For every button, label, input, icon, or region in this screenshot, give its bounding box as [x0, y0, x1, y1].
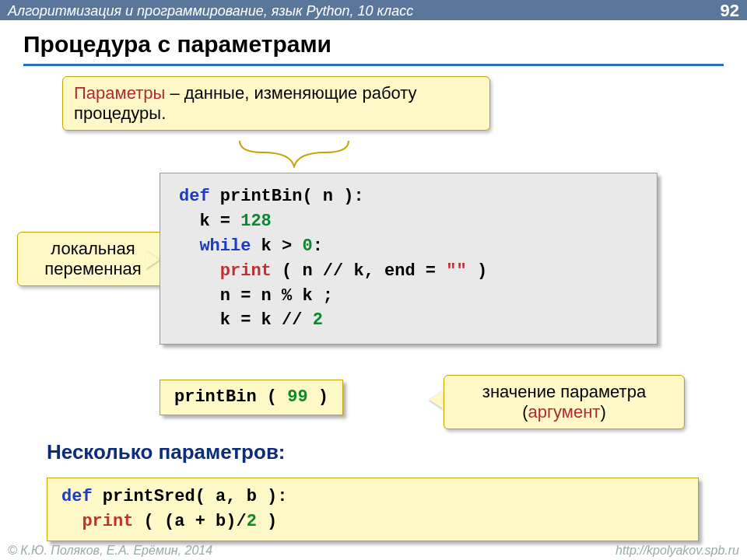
title-underline — [23, 64, 724, 66]
close: ) — [257, 512, 277, 531]
args: ( n — [272, 261, 323, 281]
footer: © К.Ю. Поляков, Е.А. Ерёмин, 2014 http:/… — [0, 541, 747, 560]
topbar: Алгоритмизация и программирование, язык … — [0, 0, 747, 20]
args-mid: k, end = — [343, 261, 446, 281]
params-brace-icon — [232, 137, 356, 168]
indent — [179, 261, 220, 281]
indent — [61, 512, 82, 531]
copyright: © К.Ю. Поляков, Е.А. Ерёмин, 2014 — [8, 544, 212, 558]
call-code: printBin ( 99 ) — [160, 380, 343, 415]
arg-paren-open: ( — [522, 402, 528, 422]
sred-code: def printSred( a, b ): print ( (a + b)/2… — [47, 478, 699, 541]
params-ab: ( a, b ): — [195, 487, 288, 506]
footer-url: http://kpolyakov.spb.ru — [615, 544, 739, 558]
cond-r — [292, 236, 302, 256]
open: ( — [257, 387, 288, 407]
slide: Алгоритмизация и программирование, язык … — [0, 0, 747, 560]
course-title: Алгоритмизация и программирование, язык … — [8, 3, 413, 19]
indent — [179, 310, 220, 330]
kw-def: def — [179, 187, 210, 206]
kw-def: def — [61, 487, 93, 506]
rest-a: = k — [230, 310, 282, 330]
argument-tail-icon — [430, 390, 444, 409]
localvar-text: локальная переменная — [44, 239, 141, 278]
paren: ( — [302, 187, 322, 206]
page-number: 92 — [721, 1, 739, 21]
subtitle: Несколько параметров: — [47, 440, 286, 464]
arg-paren-close: ) — [600, 402, 605, 422]
op-eq: = — [210, 212, 241, 231]
args: ( (a + b)/ — [133, 512, 246, 531]
arg-keyword: аргумент — [528, 402, 601, 422]
colon: : — [313, 236, 323, 256]
indent — [179, 212, 199, 231]
params-callout: Параметры – данные, изменяющие работу пр… — [62, 76, 490, 131]
rest: = n % k ; — [230, 286, 333, 306]
call-name: printBin — [174, 387, 257, 407]
floordiv: // — [323, 261, 343, 281]
var-k: k — [199, 212, 209, 231]
fn-print: print — [82, 512, 133, 531]
fn-name: printBin — [210, 187, 303, 206]
var-k: k — [220, 310, 230, 330]
gt: > — [282, 236, 292, 256]
args-close: ) — [467, 261, 487, 281]
cond-l: k — [251, 236, 282, 256]
fn-print: print — [220, 261, 272, 281]
argument-callout: значение параметра (аргумент) — [444, 375, 685, 429]
slide-title: Процедура с параметрами — [23, 31, 331, 58]
paren-close: ): — [333, 187, 364, 206]
params-keyword: Параметры — [74, 83, 165, 103]
indent — [179, 236, 199, 256]
arg-99: 99 — [287, 387, 307, 407]
arg-line1: значение параметра — [455, 382, 673, 402]
var-n: n — [220, 286, 230, 306]
num-128: 128 — [240, 212, 272, 231]
num-2: 2 — [302, 310, 322, 330]
floordiv: // — [282, 310, 302, 330]
num-0: 0 — [302, 236, 312, 256]
main-code: def printBin( n ): k = 128 while k > 0: … — [160, 173, 658, 345]
close: ) — [308, 387, 328, 407]
param-n: n — [323, 187, 333, 206]
num-2: 2 — [247, 512, 257, 531]
localvar-tail-icon — [146, 250, 160, 269]
fn-sred: printSred — [93, 487, 195, 506]
indent — [179, 286, 220, 306]
kw-while: while — [199, 236, 251, 256]
str-empty: "" — [446, 261, 466, 281]
